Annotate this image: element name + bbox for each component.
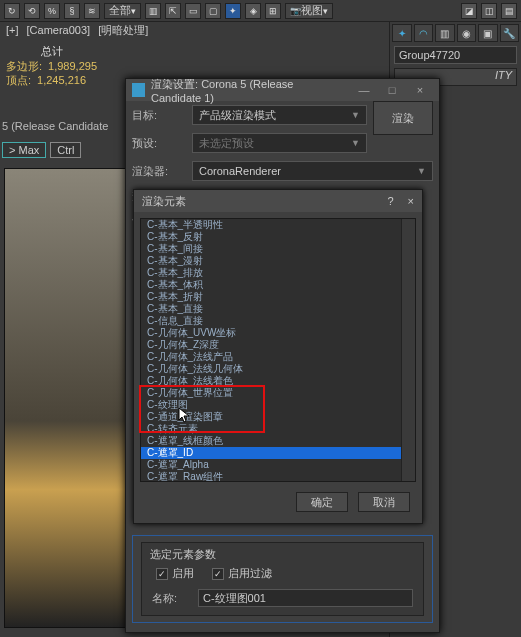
tool-icon[interactable]: ▭: [185, 3, 201, 19]
motion-tab-icon[interactable]: ◉: [457, 24, 477, 42]
scrollbar[interactable]: [401, 219, 415, 481]
app-logo-icon: [132, 83, 145, 97]
list-item[interactable]: C-遮罩_Raw组件: [141, 471, 415, 482]
link-icon[interactable]: %: [44, 3, 60, 19]
chevron-down-icon: ▼: [351, 138, 360, 148]
tool-icon[interactable]: ◪: [461, 3, 477, 19]
group-title: 选定元素参数: [146, 547, 419, 562]
help-icon[interactable]: ?: [387, 195, 393, 207]
tag-max[interactable]: > Max: [2, 142, 46, 158]
close-icon[interactable]: ×: [408, 195, 414, 207]
selected-element-group: 选定元素参数 ✓启用 ✓启用过滤 名称: C-纹理图001: [141, 542, 424, 616]
tool-icon[interactable]: ▥: [145, 3, 161, 19]
display-tab-icon[interactable]: ▣: [478, 24, 498, 42]
stats-poly-label: 多边形:: [6, 59, 42, 73]
viewport-tag[interactable]: [Camera003]: [27, 24, 91, 36]
stats-vert-value: 1,245,216: [37, 73, 86, 87]
chevron-down-icon: ▼: [417, 166, 426, 176]
minimize-icon[interactable]: —: [351, 81, 377, 99]
snap-icon[interactable]: ✦: [225, 3, 241, 19]
preset-dropdown[interactable]: 未选定预设▼: [192, 133, 367, 153]
tool-icon[interactable]: ⇱: [165, 3, 181, 19]
stats-vert-label: 顶点:: [6, 73, 31, 87]
viewport-tag[interactable]: [明暗处理]: [98, 23, 148, 38]
viewport-tag[interactable]: [+]: [6, 24, 19, 36]
stats-overlay: 总计 多边形:1,989,295 顶点:1,245,216: [6, 44, 97, 87]
tool-icon[interactable]: ▢: [205, 3, 221, 19]
tool-icon[interactable]: ⊞: [265, 3, 281, 19]
element-listbox[interactable]: C-基本_半透明性C-基本_反射C-基本_间接C-基本_漫射C-基本_排放C-基…: [140, 218, 416, 482]
dialog-titlebar[interactable]: 渲染元素 ? ×: [134, 190, 422, 212]
render-button[interactable]: 渲染: [373, 101, 433, 135]
cancel-button[interactable]: 取消: [358, 492, 410, 512]
tool-icon[interactable]: ◈: [245, 3, 261, 19]
create-tab-icon[interactable]: ✦: [392, 24, 412, 42]
name-field[interactable]: C-纹理图001: [198, 589, 413, 607]
dialog-titlebar[interactable]: 渲染设置: Corona 5 (Release Candidate 1) — □…: [126, 79, 439, 101]
utilities-tab-icon[interactable]: 🔧: [500, 24, 520, 42]
tool-icon[interactable]: ⟲: [24, 3, 40, 19]
target-dropdown[interactable]: 产品级渲染模式▼: [192, 105, 367, 125]
object-name-field[interactable]: Group47720: [394, 46, 517, 64]
preset-label: 预设:: [132, 136, 186, 151]
view-dropdown[interactable]: 📷 视图 ▾: [285, 3, 333, 19]
filter-dropdown[interactable]: 全部 ▾: [104, 3, 141, 19]
tool-icon[interactable]: §: [64, 3, 80, 19]
render-elements-dialog: 渲染元素 ? × C-基本_半透明性C-基本_反射C-基本_间接C-基本_漫射C…: [133, 189, 423, 524]
target-label: 目标:: [132, 108, 186, 123]
modify-tab-icon[interactable]: ◠: [414, 24, 434, 42]
ok-button[interactable]: 确定: [296, 492, 348, 512]
renderer-dropdown[interactable]: CoronaRenderer▼: [192, 161, 433, 181]
dialog-title: 渲染元素: [142, 194, 186, 209]
enable-filter-checkbox[interactable]: ✓启用过滤: [212, 566, 272, 581]
tag-row: > Max Ctrl: [2, 140, 81, 160]
viewport-header: [+] [Camera003] [明暗处理]: [0, 22, 154, 38]
partial-text: 5 (Release Candidate: [2, 120, 108, 132]
tag-ctrl[interactable]: Ctrl: [50, 142, 81, 158]
stats-total-label: 总计: [6, 44, 97, 59]
chevron-down-icon: ▼: [351, 110, 360, 120]
tool-icon[interactable]: ▤: [501, 3, 517, 19]
command-panel-tabs: ✦ ◠ ▥ ◉ ▣ 🔧: [390, 22, 521, 42]
dialog-title: 渲染设置: Corona 5 (Release Candidate 1): [151, 77, 345, 104]
tool-icon[interactable]: ≋: [84, 3, 100, 19]
cursor-icon: [178, 407, 192, 425]
renderer-label: 渲染器:: [132, 164, 186, 179]
tool-icon[interactable]: ↻: [4, 3, 20, 19]
close-icon[interactable]: ×: [407, 81, 433, 99]
name-label: 名称:: [152, 591, 192, 606]
maximize-icon[interactable]: □: [379, 81, 405, 99]
enable-checkbox[interactable]: ✓启用: [156, 566, 194, 581]
stats-poly-value: 1,989,295: [48, 59, 97, 73]
main-toolbar: ↻ ⟲ % § ≋ 全部 ▾ ▥ ⇱ ▭ ▢ ✦ ◈ ⊞ 📷 视图 ▾ ◪ ◫ …: [0, 0, 521, 22]
tool-icon[interactable]: ◫: [481, 3, 497, 19]
hierarchy-tab-icon[interactable]: ▥: [435, 24, 455, 42]
